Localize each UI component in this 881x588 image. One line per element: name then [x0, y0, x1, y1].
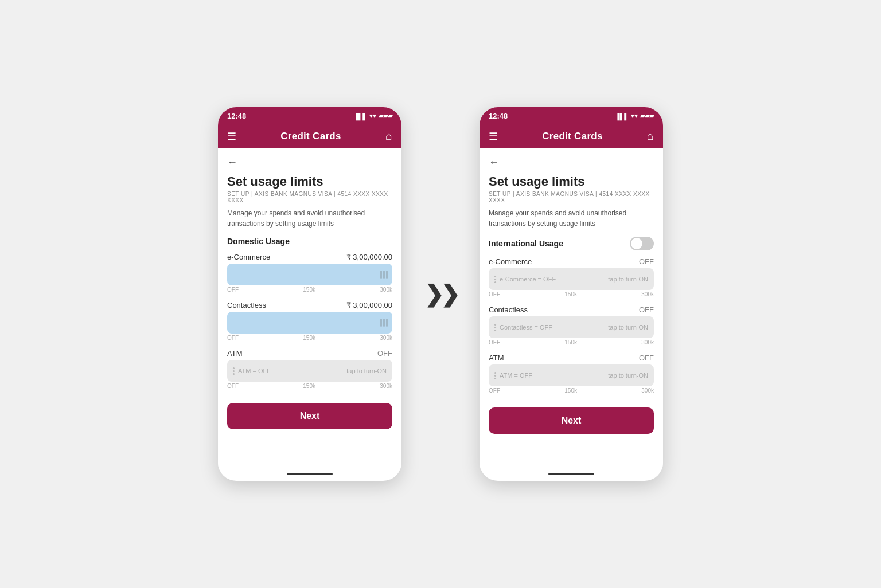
atm-label-1: ATM: [227, 349, 242, 358]
battery-icon-1: ▰▰▰: [379, 112, 392, 120]
home-icon-2[interactable]: ⌂: [647, 130, 654, 143]
ecommerce-slider-2[interactable]: e-Commerce = OFF tap to turn-ON: [489, 268, 654, 290]
ecommerce-labels-1: OFF 150k 300k: [227, 287, 392, 293]
battery-icon-2: ▰▰▰: [640, 112, 654, 120]
phone-1: 12:48 ▐▌▌ ▾▾ ▰▰▰ ☰ Credit Cards ⌂ ← Set …: [218, 107, 401, 481]
contactless-tap-2[interactable]: tap to turn-ON: [608, 324, 648, 331]
content-2: ← Set usage limits SET UP | AXIS BANK MA…: [480, 148, 663, 469]
contactless-header-1: Contactless ₹ 3,00,000.00: [227, 301, 392, 309]
atm-label-2: ATM: [489, 354, 504, 362]
status-time-2: 12:48: [489, 112, 508, 120]
atm-header-2: ATM OFF: [489, 354, 654, 362]
ecommerce-item-2: e-Commerce OFF e-Commerce = OFF tap to t…: [489, 257, 654, 297]
ecommerce-label-1: e-Commerce: [227, 253, 270, 261]
status-icons-1: ▐▌▌ ▾▾ ▰▰▰: [354, 112, 392, 120]
ecommerce-off-content-2: e-Commerce = OFF tap to turn-ON: [489, 276, 654, 283]
toggle-knob: [631, 238, 642, 249]
signal-icon-2: ▐▌▌: [615, 113, 629, 120]
contactless-slider-1[interactable]: [227, 312, 392, 334]
atm-dots-1: [233, 367, 235, 375]
status-time-1: 12:48: [227, 112, 246, 120]
arrow-divider: ❯❯: [424, 281, 457, 307]
atm-slider-1[interactable]: ATM = OFF tap to turn-ON: [227, 360, 392, 382]
contactless-fill-1: [227, 312, 392, 334]
back-button-2[interactable]: ←: [489, 156, 499, 168]
ecommerce-value-2: OFF: [639, 257, 654, 266]
status-bar-2: 12:48 ▐▌▌ ▾▾ ▰▰▰: [480, 107, 663, 124]
atm-item-1: ATM OFF ATM = OFF tap to turn-ON: [227, 349, 392, 389]
home-indicator-1: [287, 473, 333, 475]
ecommerce-fill-1: [227, 264, 392, 285]
atm-value-1: OFF: [377, 349, 392, 358]
next-button-1[interactable]: Next: [227, 403, 392, 429]
atm-labels-1: OFF 150k 300k: [227, 383, 392, 389]
phone-2: 12:48 ▐▌▌ ▾▾ ▰▰▰ ☰ Credit Cards ⌂ ← Set …: [480, 107, 663, 481]
contactless-slider-2[interactable]: Contactless = OFF tap to turn-ON: [489, 316, 654, 338]
contactless-label-2: Contactless: [489, 305, 528, 314]
arrow-icon: ❯❯: [424, 281, 457, 307]
atm-labels-2: OFF 150k 300k: [489, 387, 654, 394]
page-subtitle-1: SET UP | AXIS BANK MAGNUS VISA | 4514 XX…: [227, 191, 392, 203]
ecommerce-off-left-2: e-Commerce = OFF: [494, 276, 556, 283]
atm-off-left-1: ATM = OFF: [233, 367, 271, 375]
atm-slider-2[interactable]: ATM = OFF tap to turn-ON: [489, 364, 654, 386]
home-indicator-2: [548, 473, 594, 475]
contactless-labels-2: OFF 150k 300k: [489, 339, 654, 346]
atm-off-label-1: ATM = OFF: [238, 367, 271, 374]
wifi-icon-2: ▾▾: [631, 112, 638, 120]
section-title-1: Domestic Usage: [227, 237, 392, 246]
atm-off-content-2: ATM = OFF tap to turn-ON: [489, 372, 654, 379]
ecommerce-header-1: e-Commerce ₹ 3,00,000.00: [227, 253, 392, 261]
contactless-off-content-2: Contactless = OFF tap to turn-ON: [489, 324, 654, 331]
contactless-header-2: Contactless OFF: [489, 305, 654, 314]
menu-icon-2[interactable]: ☰: [489, 130, 498, 143]
atm-off-label-2: ATM = OFF: [500, 372, 532, 379]
page-title-2: Set usage limits: [489, 174, 654, 189]
status-bar-1: 12:48 ▐▌▌ ▾▾ ▰▰▰: [218, 107, 401, 124]
page-desc-1: Manage your spends and avoid unauthorise…: [227, 208, 392, 229]
wifi-icon-1: ▾▾: [369, 112, 376, 120]
atm-tap-1[interactable]: tap to turn-ON: [346, 367, 387, 374]
status-icons-2: ▐▌▌ ▾▾ ▰▰▰: [615, 112, 654, 120]
contactless-dots-2: [494, 324, 496, 331]
international-toggle[interactable]: [630, 237, 654, 250]
back-button-1[interactable]: ←: [227, 156, 237, 168]
contactless-value-1: ₹ 3,00,000.00: [346, 301, 392, 309]
contactless-item-1: Contactless ₹ 3,00,000.00 OFF 150k 300k: [227, 301, 392, 341]
section-title-2: International Usage: [489, 237, 654, 250]
atm-tap-2[interactable]: tap to turn-ON: [608, 372, 648, 379]
atm-dots-2: [494, 372, 496, 379]
page-desc-2: Manage your spends and avoid unauthorise…: [489, 208, 654, 229]
atm-header-1: ATM OFF: [227, 349, 392, 358]
contactless-value-2: OFF: [639, 305, 654, 314]
ecommerce-slider-1[interactable]: [227, 264, 392, 285]
ecommerce-tap-2[interactable]: tap to turn-ON: [608, 276, 648, 283]
content-1: ← Set usage limits SET UP | AXIS BANK MA…: [218, 148, 401, 469]
contactless-off-label-2: Contactless = OFF: [500, 324, 552, 331]
atm-value-2: OFF: [639, 354, 654, 362]
scene: 12:48 ▐▌▌ ▾▾ ▰▰▰ ☰ Credit Cards ⌂ ← Set …: [195, 84, 686, 504]
page-subtitle-2: SET UP | AXIS BANK MAGNUS VISA | 4514 XX…: [489, 191, 654, 203]
page-title-1: Set usage limits: [227, 174, 392, 189]
atm-off-left-2: ATM = OFF: [494, 372, 532, 379]
nav-title-1: Credit Cards: [280, 131, 341, 142]
ecommerce-dots-2: [494, 276, 496, 283]
ecommerce-item-1: e-Commerce ₹ 3,00,000.00 OFF 150k 300k: [227, 253, 392, 293]
contactless-dot-1: [380, 319, 388, 327]
ecommerce-value-1: ₹ 3,00,000.00: [346, 253, 392, 261]
contactless-label-1: Contactless: [227, 301, 266, 309]
atm-off-content-1: ATM = OFF tap to turn-ON: [227, 367, 392, 375]
nav-title-2: Credit Cards: [542, 131, 603, 142]
contactless-off-left-2: Contactless = OFF: [494, 324, 552, 331]
ecommerce-label-2: e-Commerce: [489, 257, 532, 266]
contactless-item-2: Contactless OFF Contactless = OFF tap to…: [489, 305, 654, 346]
contactless-labels-1: OFF 150k 300k: [227, 335, 392, 341]
atm-item-2: ATM OFF ATM = OFF tap to turn-ON: [489, 354, 654, 394]
nav-bar-2: ☰ Credit Cards ⌂: [480, 124, 663, 148]
next-button-2[interactable]: Next: [489, 407, 654, 434]
nav-bar-1: ☰ Credit Cards ⌂: [218, 124, 401, 148]
home-icon-1[interactable]: ⌂: [385, 130, 392, 143]
ecommerce-off-label-2: e-Commerce = OFF: [500, 276, 556, 283]
menu-icon-1[interactable]: ☰: [227, 130, 236, 143]
ecommerce-header-2: e-Commerce OFF: [489, 257, 654, 266]
